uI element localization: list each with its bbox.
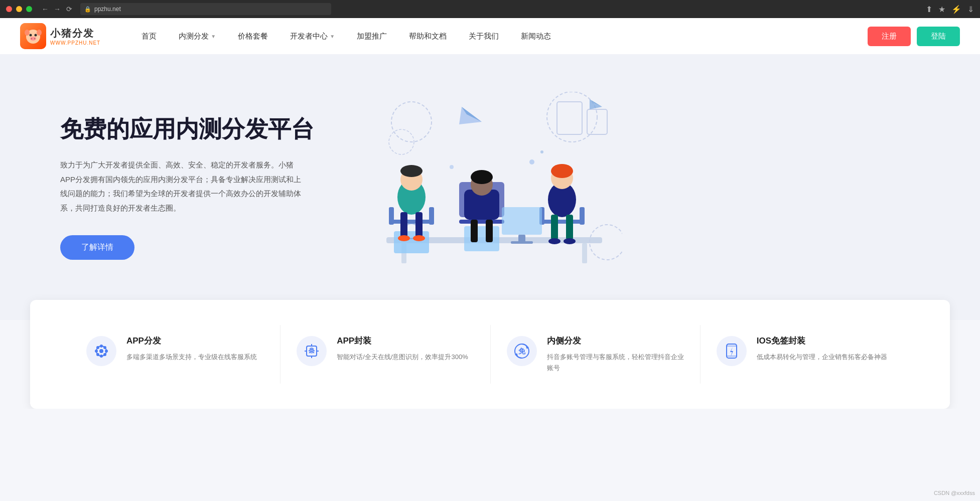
svg-point-57 (540, 150, 543, 153)
svg-rect-53 (518, 235, 525, 242)
back-button[interactable]: ← (40, 4, 50, 14)
svg-rect-42 (539, 220, 585, 224)
feature-ios-packaging-title: IOS免签封装 (757, 335, 887, 347)
svg-rect-48 (551, 215, 558, 240)
svg-point-8 (34, 38, 36, 40)
features-section: APP分发 多端多渠道多场景支持，专业级在线客服系统 (30, 300, 950, 409)
feature-internal-dist-text: 内侧分发 抖音多账号管理与客服系统，轻松管理抖音企业账号 (547, 335, 685, 374)
url-text: ppzhu.net (94, 6, 121, 13)
svg-point-32 (398, 235, 410, 241)
feature-app-packaging-title: APP封装 (337, 335, 468, 347)
svg-marker-82 (730, 347, 733, 357)
svg-point-56 (529, 159, 534, 164)
svg-rect-52 (502, 207, 542, 235)
bookmark-icon[interactable]: ★ (938, 5, 945, 14)
nav-item-home[interactable]: 首页 (130, 18, 168, 54)
learn-more-button[interactable]: 了解详情 (60, 235, 134, 260)
nav-item-beta[interactable]: 内测分发 ▼ (168, 18, 227, 54)
logo-area[interactable]: 小猪分发 WWW.PPZHU.NET (20, 23, 100, 49)
browser-chrome: ← → ⟳ 🔒 ppzhu.net ⬆ ★ ⚡ ⇓ (0, 0, 980, 18)
svg-rect-25 (394, 231, 429, 253)
refresh-button[interactable]: ⟳ (66, 5, 72, 13)
minimize-window-button[interactable] (16, 6, 22, 12)
feature-ios-packaging: IOS免签封装 低成本易转化与管理，企业销售拓客必备神器 (700, 325, 910, 384)
feature-app-packaging-desc: 智能对话/全天在线/意图识别，效率提升300% (337, 352, 468, 363)
logo-text: 小猪分发 WWW.PPZHU.NET (50, 27, 100, 46)
svg-point-38 (471, 170, 493, 184)
nav-arrows: ← → (40, 4, 62, 14)
feature-internal-dist: 免 内侧分发 抖音多账号管理与客服系统，轻松管理抖音企业账号 (490, 325, 700, 384)
ios-packaging-icon-wrap (716, 335, 748, 367)
app-packaging-icon (297, 336, 327, 366)
feature-app-distribution-desc: 多端多渠道多场景支持，专业级在线客服系统 (126, 352, 257, 363)
svg-point-50 (548, 238, 561, 244)
download-icon[interactable]: ⇓ (967, 5, 974, 14)
svg-point-2 (25, 30, 30, 36)
nav-actions: 注册 登陆 (868, 27, 960, 46)
nav-item-about[interactable]: 关于我们 (458, 18, 510, 54)
navbar: 小猪分发 WWW.PPZHU.NET 首页 内测分发 ▼ 价格套餐 开发者中心 … (0, 18, 980, 54)
svg-rect-44 (580, 207, 585, 225)
address-bar[interactable]: 🔒 ppzhu.net (80, 3, 331, 15)
feature-internal-dist-title: 内侧分发 (547, 335, 685, 347)
svg-rect-20 (582, 243, 587, 263)
hero-illustration (361, 92, 622, 282)
chevron-down-icon-2: ▼ (330, 34, 335, 39)
svg-point-65 (103, 346, 106, 349)
svg-point-58 (450, 165, 454, 169)
logo-name: 小猪分发 (50, 27, 100, 40)
app-distribution-icon (86, 336, 116, 366)
app-distribution-icon-wrap (85, 335, 117, 367)
logo-icon (20, 23, 46, 49)
hero-svg (361, 92, 622, 282)
extensions-icon[interactable]: ⚡ (951, 5, 961, 14)
nav-item-help[interactable]: 帮助和文档 (398, 18, 458, 54)
feature-app-distribution-text: APP分发 多端多渠道多场景支持，专业级在线客服系统 (126, 335, 257, 363)
app-packaging-icon-wrap (296, 335, 328, 367)
hero-section: 免费的应用内测分发平台 致力于为广大开发者提供全面、高效、安全、稳定的开发者服务… (0, 54, 980, 320)
svg-text:免: 免 (518, 347, 526, 355)
svg-point-7 (31, 38, 33, 40)
browser-action-buttons: ⬆ ★ ⚡ ⇓ (926, 5, 974, 14)
close-window-button[interactable] (6, 6, 12, 12)
register-button[interactable]: 注册 (868, 27, 911, 46)
svg-point-51 (564, 238, 576, 244)
svg-point-61 (100, 355, 103, 358)
nav-item-news[interactable]: 新闻动态 (510, 18, 562, 54)
feature-app-distribution-title: APP分发 (126, 335, 257, 347)
logo-url: WWW.PPZHU.NET (50, 40, 100, 46)
nav-item-pricing[interactable]: 价格套餐 (227, 18, 279, 54)
svg-rect-39 (464, 226, 499, 251)
svg-rect-23 (429, 207, 434, 225)
svg-rect-21 (389, 220, 434, 224)
svg-rect-31 (415, 212, 423, 237)
maximize-window-button[interactable] (26, 6, 32, 12)
hero-description: 致力于为广大开发者提供全面、高效、安全、稳定的开发者服务。小猪APP分发拥有国内… (60, 158, 301, 215)
nav-item-dev-center[interactable]: 开发者中心 ▼ (279, 18, 346, 54)
svg-point-33 (413, 235, 425, 241)
svg-point-64 (96, 346, 99, 349)
internal-dist-icon: 免 (507, 336, 537, 366)
svg-rect-54 (511, 241, 533, 244)
ios-packaging-icon (717, 336, 747, 366)
forward-button[interactable]: → (52, 4, 62, 14)
nav-links: 首页 内测分发 ▼ 价格套餐 开发者中心 ▼ 加盟推广 帮助和文档 关于我们 新… (130, 18, 868, 54)
svg-point-9 (391, 102, 432, 142)
svg-point-63 (105, 350, 108, 353)
nav-item-affiliate[interactable]: 加盟推广 (346, 18, 398, 54)
svg-point-68 (99, 349, 103, 353)
svg-rect-40 (471, 220, 478, 242)
svg-point-29 (400, 165, 423, 177)
svg-point-47 (551, 164, 573, 178)
svg-point-3 (37, 30, 42, 36)
svg-point-67 (103, 353, 106, 356)
hero-title: 免费的应用内测分发平台 (60, 114, 361, 144)
internal-dist-icon-wrap: 免 (506, 335, 538, 367)
window-controls (6, 6, 32, 12)
share-icon[interactable]: ⬆ (926, 5, 932, 14)
svg-rect-22 (389, 207, 394, 225)
login-button[interactable]: 登陆 (917, 27, 960, 46)
svg-point-66 (96, 353, 99, 356)
chevron-down-icon: ▼ (211, 34, 216, 39)
lock-icon: 🔒 (84, 6, 91, 13)
